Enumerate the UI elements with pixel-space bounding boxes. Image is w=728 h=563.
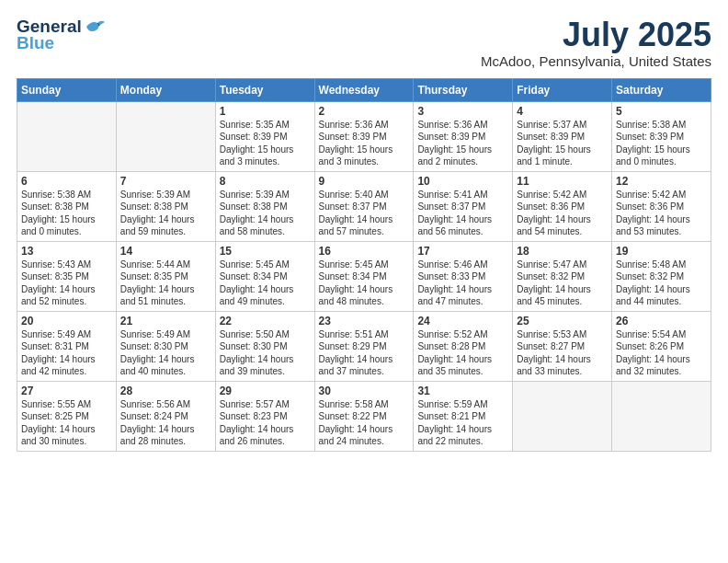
day-info: Sunrise: 5:51 AMSunset: 8:29 PMDaylight:… [319, 328, 410, 378]
week-row-2: 6Sunrise: 5:38 AMSunset: 8:38 PMDaylight… [17, 171, 711, 241]
location: McAdoo, Pennsylvania, United States [481, 53, 711, 69]
title-block: July 2025 McAdoo, Pennsylvania, United S… [481, 17, 711, 69]
day-info: Sunrise: 5:50 AMSunset: 8:30 PMDaylight:… [220, 328, 311, 378]
day-cell [116, 101, 215, 171]
day-number: 29 [220, 385, 311, 397]
logo-blue: Blue [17, 33, 54, 53]
day-number: 16 [319, 245, 410, 258]
day-cell: 27Sunrise: 5:55 AMSunset: 8:25 PMDayligh… [17, 381, 117, 451]
day-info: Sunrise: 5:45 AMSunset: 8:34 PMDaylight:… [319, 259, 410, 308]
day-info: Sunrise: 5:53 AMSunset: 8:27 PMDaylight:… [517, 328, 608, 378]
day-number: 27 [21, 385, 112, 397]
day-number: 24 [417, 315, 508, 327]
day-info: Sunrise: 5:40 AMSunset: 8:37 PMDaylight:… [319, 189, 410, 238]
day-number: 26 [616, 315, 707, 327]
day-cell: 19Sunrise: 5:48 AMSunset: 8:32 PMDayligh… [612, 241, 711, 311]
day-info: Sunrise: 5:45 AMSunset: 8:34 PMDaylight:… [220, 259, 311, 308]
day-cell: 12Sunrise: 5:42 AMSunset: 8:36 PMDayligh… [612, 171, 711, 241]
day-cell: 23Sunrise: 5:51 AMSunset: 8:29 PMDayligh… [314, 311, 414, 381]
col-header-thursday: Thursday [414, 78, 513, 101]
day-cell: 15Sunrise: 5:45 AMSunset: 8:34 PMDayligh… [215, 241, 314, 311]
day-number: 5 [616, 105, 707, 118]
week-row-5: 27Sunrise: 5:55 AMSunset: 8:25 PMDayligh… [17, 381, 711, 451]
day-cell: 17Sunrise: 5:46 AMSunset: 8:33 PMDayligh… [414, 241, 513, 311]
day-number: 30 [319, 385, 410, 397]
day-info: Sunrise: 5:35 AMSunset: 8:39 PMDaylight:… [220, 119, 311, 168]
col-header-sunday: Sunday [17, 78, 117, 101]
day-cell: 3Sunrise: 5:36 AMSunset: 8:39 PMDaylight… [414, 101, 513, 171]
day-cell: 2Sunrise: 5:36 AMSunset: 8:39 PMDaylight… [314, 101, 414, 171]
col-header-tuesday: Tuesday [215, 78, 314, 101]
day-number: 25 [517, 315, 608, 327]
week-row-3: 13Sunrise: 5:43 AMSunset: 8:35 PMDayligh… [17, 241, 711, 311]
day-info: Sunrise: 5:38 AMSunset: 8:38 PMDaylight:… [21, 189, 112, 238]
day-info: Sunrise: 5:57 AMSunset: 8:23 PMDaylight:… [220, 398, 311, 448]
day-info: Sunrise: 5:47 AMSunset: 8:32 PMDaylight:… [517, 259, 608, 308]
day-cell: 7Sunrise: 5:39 AMSunset: 8:38 PMDaylight… [116, 171, 215, 241]
day-cell: 11Sunrise: 5:42 AMSunset: 8:36 PMDayligh… [513, 171, 612, 241]
day-info: Sunrise: 5:56 AMSunset: 8:24 PMDaylight:… [120, 398, 211, 448]
week-row-1: 1Sunrise: 5:35 AMSunset: 8:39 PMDaylight… [17, 101, 711, 171]
day-info: Sunrise: 5:48 AMSunset: 8:32 PMDaylight:… [616, 259, 707, 308]
day-info: Sunrise: 5:43 AMSunset: 8:35 PMDaylight:… [21, 259, 112, 308]
day-cell: 8Sunrise: 5:39 AMSunset: 8:38 PMDaylight… [215, 171, 314, 241]
day-cell: 29Sunrise: 5:57 AMSunset: 8:23 PMDayligh… [215, 381, 314, 451]
day-info: Sunrise: 5:42 AMSunset: 8:36 PMDaylight:… [616, 189, 707, 238]
day-number: 21 [120, 315, 211, 327]
day-number: 18 [517, 245, 608, 258]
day-cell [612, 381, 711, 451]
day-cell: 31Sunrise: 5:59 AMSunset: 8:21 PMDayligh… [414, 381, 513, 451]
day-number: 17 [417, 245, 508, 258]
day-number: 6 [21, 175, 112, 188]
day-number: 2 [319, 105, 410, 118]
day-number: 23 [319, 315, 410, 327]
day-number: 7 [120, 175, 211, 188]
day-cell: 5Sunrise: 5:38 AMSunset: 8:39 PMDaylight… [612, 101, 711, 171]
calendar-header-row: SundayMondayTuesdayWednesdayThursdayFrid… [17, 78, 711, 101]
day-number: 12 [616, 175, 707, 188]
day-info: Sunrise: 5:54 AMSunset: 8:26 PMDaylight:… [616, 328, 707, 378]
day-number: 13 [21, 245, 112, 258]
day-cell: 28Sunrise: 5:56 AMSunset: 8:24 PMDayligh… [116, 381, 215, 451]
calendar-table: SundayMondayTuesdayWednesdayThursdayFrid… [17, 78, 711, 452]
day-cell: 24Sunrise: 5:52 AMSunset: 8:28 PMDayligh… [414, 311, 513, 381]
col-header-friday: Friday [513, 78, 612, 101]
day-number: 1 [220, 105, 311, 118]
day-info: Sunrise: 5:55 AMSunset: 8:25 PMDaylight:… [21, 398, 112, 448]
day-number: 8 [220, 175, 311, 188]
day-cell: 21Sunrise: 5:49 AMSunset: 8:30 PMDayligh… [116, 311, 215, 381]
day-info: Sunrise: 5:37 AMSunset: 8:39 PMDaylight:… [517, 119, 608, 168]
day-cell: 30Sunrise: 5:58 AMSunset: 8:22 PMDayligh… [314, 381, 414, 451]
day-info: Sunrise: 5:36 AMSunset: 8:39 PMDaylight:… [417, 119, 508, 168]
month-year: July 2025 [481, 17, 711, 53]
day-cell: 4Sunrise: 5:37 AMSunset: 8:39 PMDaylight… [513, 101, 612, 171]
day-info: Sunrise: 5:46 AMSunset: 8:33 PMDaylight:… [417, 259, 508, 308]
day-number: 3 [417, 105, 508, 118]
day-info: Sunrise: 5:59 AMSunset: 8:21 PMDaylight:… [417, 398, 508, 448]
day-cell: 14Sunrise: 5:44 AMSunset: 8:35 PMDayligh… [116, 241, 215, 311]
day-info: Sunrise: 5:39 AMSunset: 8:38 PMDaylight:… [120, 189, 211, 238]
day-cell: 26Sunrise: 5:54 AMSunset: 8:26 PMDayligh… [612, 311, 711, 381]
day-cell: 20Sunrise: 5:49 AMSunset: 8:31 PMDayligh… [17, 311, 117, 381]
day-number: 28 [120, 385, 211, 397]
day-info: Sunrise: 5:36 AMSunset: 8:39 PMDaylight:… [319, 119, 410, 168]
week-row-4: 20Sunrise: 5:49 AMSunset: 8:31 PMDayligh… [17, 311, 711, 381]
day-number: 22 [220, 315, 311, 327]
day-cell: 16Sunrise: 5:45 AMSunset: 8:34 PMDayligh… [314, 241, 414, 311]
day-cell: 1Sunrise: 5:35 AMSunset: 8:39 PMDaylight… [215, 101, 314, 171]
day-cell: 9Sunrise: 5:40 AMSunset: 8:37 PMDaylight… [314, 171, 414, 241]
day-info: Sunrise: 5:58 AMSunset: 8:22 PMDaylight:… [319, 398, 410, 448]
day-info: Sunrise: 5:39 AMSunset: 8:38 PMDaylight:… [220, 189, 311, 238]
day-info: Sunrise: 5:38 AMSunset: 8:39 PMDaylight:… [616, 119, 707, 168]
day-number: 10 [417, 175, 508, 188]
day-number: 20 [21, 315, 112, 327]
day-info: Sunrise: 5:41 AMSunset: 8:37 PMDaylight:… [417, 189, 508, 238]
day-cell: 25Sunrise: 5:53 AMSunset: 8:27 PMDayligh… [513, 311, 612, 381]
day-cell: 13Sunrise: 5:43 AMSunset: 8:35 PMDayligh… [17, 241, 117, 311]
day-info: Sunrise: 5:42 AMSunset: 8:36 PMDaylight:… [517, 189, 608, 238]
col-header-saturday: Saturday [612, 78, 711, 101]
day-cell: 6Sunrise: 5:38 AMSunset: 8:38 PMDaylight… [17, 171, 117, 241]
day-info: Sunrise: 5:52 AMSunset: 8:28 PMDaylight:… [417, 328, 508, 378]
day-number: 9 [319, 175, 410, 188]
day-number: 11 [517, 175, 608, 188]
